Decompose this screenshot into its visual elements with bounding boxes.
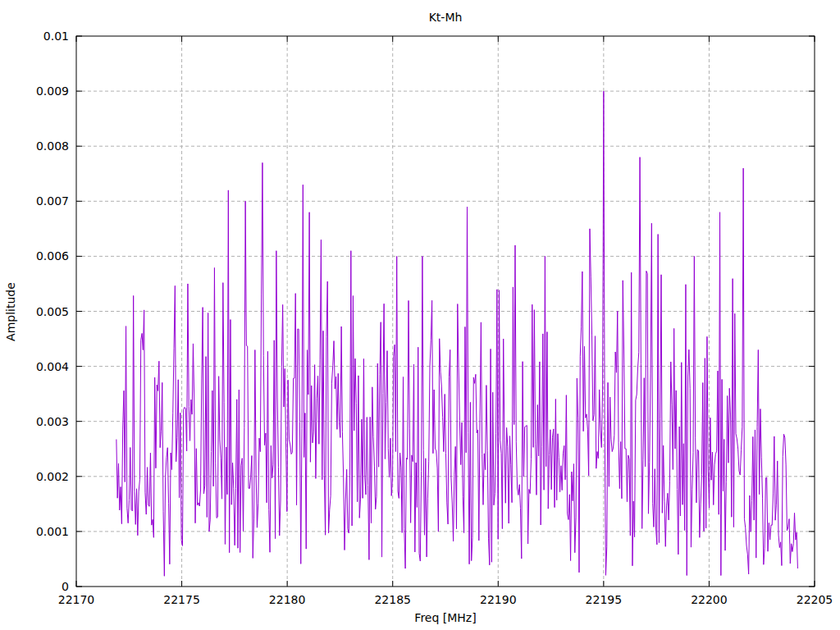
- x-tick-label: 22170: [58, 593, 95, 606]
- y-tick-label: 0.006: [36, 249, 69, 262]
- x-tick-label: 22205: [797, 593, 833, 606]
- y-tick-label: 0.008: [36, 139, 69, 153]
- x-tick-label: 22195: [586, 593, 623, 606]
- y-tick-label: 0: [62, 580, 69, 593]
- y-tick-label: 0.001: [36, 525, 69, 538]
- x-tick-label: 22175: [163, 593, 200, 606]
- y-tick-label: 0.005: [36, 305, 69, 318]
- x-tick-label: 22200: [691, 593, 728, 606]
- x-axis-label: Freq [MHz]: [414, 611, 476, 624]
- x-tick-label: 22190: [480, 593, 517, 606]
- chart-canvas: Kt-Mh Freq [MHz] Amplitude 2217022175221…: [0, 0, 840, 630]
- gnuplot-chart-window: Kt-Mh Freq [MHz] Amplitude 2217022175221…: [0, 0, 840, 630]
- chart-title: Kt-Mh: [429, 11, 463, 24]
- y-tick-label: 0.004: [36, 360, 69, 373]
- x-tick-label: 22180: [269, 593, 306, 606]
- y-tick-label: 0.01: [43, 30, 69, 43]
- y-tick-label: 0.003: [36, 415, 69, 428]
- x-tick-label: 22185: [374, 593, 411, 606]
- y-axis-label: Amplitude: [4, 282, 17, 341]
- y-tick-label: 0.007: [36, 194, 69, 208]
- series-line: [116, 91, 798, 576]
- y-tick-label: 0.002: [36, 470, 69, 483]
- plot-area: 2217022175221802218522190221952220022205…: [36, 30, 833, 606]
- y-tick-label: 0.009: [36, 84, 69, 98]
